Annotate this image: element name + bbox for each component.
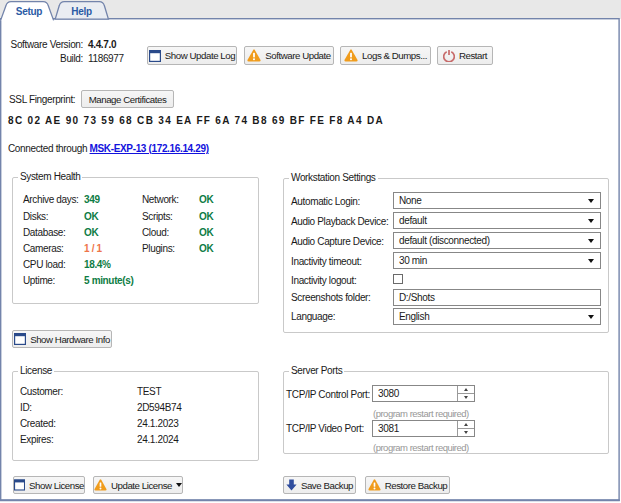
svg-text:Help: Help [71,6,92,17]
svg-text:Setup: Setup [16,6,42,17]
